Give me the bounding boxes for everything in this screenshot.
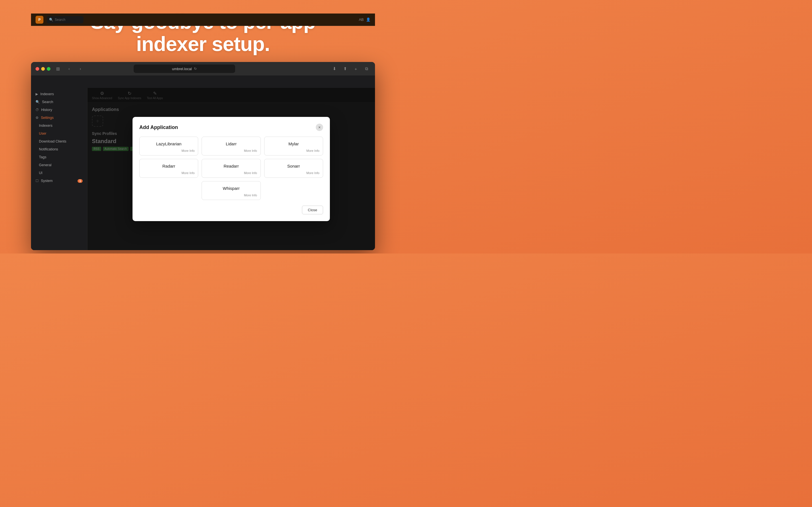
sidebar-label-download-clients: Download Clients	[39, 139, 66, 144]
search-icon: 🔍	[36, 100, 40, 104]
app-card-readarr[interactable]: Readarr More Info	[202, 159, 260, 178]
sidebar-item-search[interactable]: 🔍 Search	[31, 98, 87, 106]
app-card-sonarr[interactable]: Sonarr More Info	[264, 159, 323, 178]
app-more-info-radarr[interactable]: More Info	[182, 171, 195, 175]
sidebar-label-sub-user: User	[39, 131, 46, 135]
app-name-sonarr: Sonarr	[268, 164, 319, 168]
hero-section: Say goodbye to per-app indexer setup.	[0, 0, 406, 62]
history-icon: ⏱	[36, 108, 39, 112]
app-more-info-whisparr[interactable]: More Info	[244, 193, 257, 197]
content-area: ⚙ Show Advanced ↻ Sync App Indexers ✎ Te…	[87, 88, 375, 250]
sidebar-label-general: General	[39, 163, 51, 167]
app-name-mylar: Mylar	[268, 142, 319, 146]
sidebar-label-tags: Tags	[39, 155, 46, 159]
sidebar-label-indexers: Indexers	[40, 92, 54, 96]
modal-footer: Close	[139, 206, 323, 214]
app-card-whisparr[interactable]: Whisparr More Info	[202, 181, 260, 200]
refresh-icon[interactable]: ↻	[194, 67, 197, 71]
add-application-modal: Add Application × LazyLibrarian More Inf…	[133, 117, 330, 221]
sidebar-label-search: Search	[42, 100, 53, 104]
app-card-lidarr[interactable]: Lidarr More Info	[202, 136, 260, 156]
app-more-info-sonarr[interactable]: More Info	[306, 171, 319, 175]
app-name-radarr: Radarr	[143, 164, 195, 168]
modal-title: Add Application	[139, 124, 178, 130]
modal-header: Add Application ×	[139, 124, 323, 131]
sidebar-label-history: History	[41, 108, 52, 112]
app-card-mylar[interactable]: Mylar More Info	[264, 136, 323, 156]
tabs-icon[interactable]: ⧉	[363, 65, 370, 73]
app-more-info-lidarr[interactable]: More Info	[244, 149, 257, 152]
browser-window: ⊞ ‹ › umbrel.local ↻ ⬇ ⬆ + ⧉ P 🔍 Search …	[31, 62, 375, 250]
address-text: umbrel.local	[172, 67, 192, 71]
main-wrapper: ▶ Indexers 🔍 Search ⏱ History ⚙ Settings…	[31, 75, 375, 250]
app-card-radarr[interactable]: Radarr More Info	[139, 159, 198, 178]
sidebar-subitem-download-clients[interactable]: Download Clients	[31, 137, 87, 145]
sidebar-item-system[interactable]: ☐ System 1	[31, 177, 87, 185]
share-icon[interactable]: ⬆	[341, 65, 349, 73]
app-name-readarr: Readarr	[205, 164, 257, 168]
minimize-traffic-light[interactable]	[41, 67, 45, 71]
sidebar-item-indexers[interactable]: ▶ Indexers	[31, 90, 87, 98]
app-more-info-lazylibrarian[interactable]: More Info	[182, 149, 195, 152]
app-name-whisparr: Whisparr	[205, 186, 257, 191]
sidebar-toggle-btn[interactable]: ⊞	[54, 65, 62, 73]
sidebar-label-system: System	[41, 179, 53, 183]
sidebar-item-history[interactable]: ⏱ History	[31, 106, 87, 114]
sidebar: ▶ Indexers 🔍 Search ⏱ History ⚙ Settings…	[31, 88, 87, 250]
system-badge: 1	[78, 179, 83, 183]
indexers-icon: ▶	[36, 92, 38, 96]
system-icon: ☐	[36, 179, 39, 183]
sidebar-label-notifications: Notifications	[39, 147, 58, 151]
forward-button[interactable]: ›	[77, 65, 84, 73]
browser-chrome: ⊞ ‹ › umbrel.local ↻ ⬇ ⬆ + ⧉	[31, 62, 375, 75]
modal-overlay: Add Application × LazyLibrarian More Inf…	[87, 88, 375, 250]
sidebar-item-settings[interactable]: ⚙ Settings	[31, 114, 87, 122]
sidebar-label-sub-indexers: Indexers	[39, 124, 52, 128]
sidebar-label-settings: Settings	[41, 116, 54, 120]
download-icon[interactable]: ⬇	[331, 65, 338, 73]
maximize-traffic-light[interactable]	[47, 67, 50, 71]
sidebar-subitem-tags[interactable]: Tags	[31, 153, 87, 161]
sidebar-subitem-user[interactable]: User	[31, 129, 87, 137]
close-traffic-light[interactable]	[36, 67, 39, 71]
sidebar-subitem-indexers[interactable]: Indexers	[31, 122, 87, 129]
modal-footer-close-button[interactable]: Close	[302, 206, 323, 214]
sidebar-subitem-ui[interactable]: UI	[31, 169, 87, 177]
new-tab-icon[interactable]: +	[352, 65, 360, 73]
app-more-info-readarr[interactable]: More Info	[244, 171, 257, 175]
modal-close-button[interactable]: ×	[316, 124, 323, 131]
hero-line2: indexer setup.	[136, 33, 270, 55]
sidebar-label-ui: UI	[39, 171, 43, 175]
apps-grid: LazyLibrarian More Info Lidarr More Info…	[139, 136, 323, 200]
address-bar[interactable]: umbrel.local ↻	[134, 64, 235, 73]
app-name-lazylibrarian: LazyLibrarian	[143, 142, 195, 146]
app-layout: ▶ Indexers 🔍 Search ⏱ History ⚙ Settings…	[31, 75, 375, 250]
app-card-lazylibrarian[interactable]: LazyLibrarian More Info	[139, 136, 198, 156]
browser-actions: ⬇ ⬆ + ⧉	[331, 65, 370, 73]
app-more-info-mylar[interactable]: More Info	[306, 149, 319, 152]
app-name-lidarr: Lidarr	[205, 142, 257, 146]
sidebar-subitem-notifications[interactable]: Notifications	[31, 145, 87, 153]
sidebar-subitem-general[interactable]: General	[31, 161, 87, 169]
traffic-lights	[36, 67, 50, 71]
settings-icon: ⚙	[36, 116, 39, 120]
back-button[interactable]: ‹	[65, 65, 73, 73]
